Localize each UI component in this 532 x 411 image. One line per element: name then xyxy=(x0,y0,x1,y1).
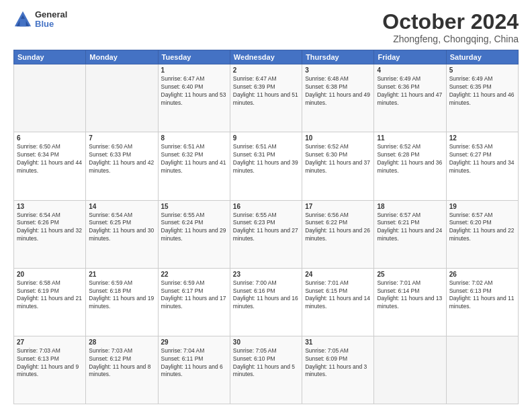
day-info: Sunrise: 7:05 AM Sunset: 6:10 PM Dayligh… xyxy=(233,347,299,379)
calendar-week-row: 20Sunrise: 6:58 AM Sunset: 6:19 PM Dayli… xyxy=(14,268,519,336)
day-info: Sunrise: 6:55 AM Sunset: 6:24 PM Dayligh… xyxy=(161,212,227,244)
page: General Blue October 2024 Zhongfeng, Cho… xyxy=(0,0,532,411)
table-row: 12Sunrise: 6:53 AM Sunset: 6:27 PM Dayli… xyxy=(446,132,518,200)
day-number: 1 xyxy=(161,66,227,74)
table-row: 8Sunrise: 6:51 AM Sunset: 6:32 PM Daylig… xyxy=(158,132,230,200)
header-monday: Monday xyxy=(86,50,158,64)
day-number: 13 xyxy=(17,203,83,210)
day-info: Sunrise: 6:51 AM Sunset: 6:32 PM Dayligh… xyxy=(161,143,227,175)
day-number: 10 xyxy=(305,134,371,142)
calendar-table: Sunday Monday Tuesday Wednesday Thursday… xyxy=(13,50,519,404)
day-number: 9 xyxy=(233,134,299,142)
table-row: 13Sunrise: 6:54 AM Sunset: 6:26 PM Dayli… xyxy=(14,200,86,268)
day-info: Sunrise: 7:03 AM Sunset: 6:13 PM Dayligh… xyxy=(17,347,83,379)
calendar-week-row: 1Sunrise: 6:47 AM Sunset: 6:40 PM Daylig… xyxy=(14,64,519,132)
day-info: Sunrise: 6:53 AM Sunset: 6:27 PM Dayligh… xyxy=(449,143,515,175)
table-row: 9Sunrise: 6:51 AM Sunset: 6:31 PM Daylig… xyxy=(230,132,302,200)
table-row: 28Sunrise: 7:03 AM Sunset: 6:12 PM Dayli… xyxy=(86,336,158,404)
day-number: 19 xyxy=(449,203,515,210)
day-info: Sunrise: 6:50 AM Sunset: 6:34 PM Dayligh… xyxy=(17,143,83,175)
table-row: 5Sunrise: 6:49 AM Sunset: 6:35 PM Daylig… xyxy=(446,64,518,132)
table-row: 31Sunrise: 7:05 AM Sunset: 6:09 PM Dayli… xyxy=(302,336,374,404)
day-info: Sunrise: 7:05 AM Sunset: 6:09 PM Dayligh… xyxy=(305,347,371,379)
subtitle: Zhongfeng, Chongqing, China xyxy=(382,34,519,44)
header-thursday: Thursday xyxy=(302,50,374,64)
day-info: Sunrise: 6:57 AM Sunset: 6:20 PM Dayligh… xyxy=(449,212,515,244)
day-info: Sunrise: 7:01 AM Sunset: 6:14 PM Dayligh… xyxy=(377,279,443,312)
day-info: Sunrise: 6:52 AM Sunset: 6:30 PM Dayligh… xyxy=(305,143,371,175)
day-info: Sunrise: 7:03 AM Sunset: 6:12 PM Dayligh… xyxy=(89,347,154,379)
table-row: 7Sunrise: 6:50 AM Sunset: 6:33 PM Daylig… xyxy=(86,132,158,200)
table-row: 14Sunrise: 6:54 AM Sunset: 6:25 PM Dayli… xyxy=(86,200,158,268)
table-row: 6Sunrise: 6:50 AM Sunset: 6:34 PM Daylig… xyxy=(14,132,86,200)
day-info: Sunrise: 6:50 AM Sunset: 6:33 PM Dayligh… xyxy=(89,143,154,175)
table-row: 17Sunrise: 6:56 AM Sunset: 6:22 PM Dayli… xyxy=(302,200,374,268)
table-row: 16Sunrise: 6:55 AM Sunset: 6:23 PM Dayli… xyxy=(230,200,302,268)
day-number: 17 xyxy=(305,203,371,210)
day-number: 21 xyxy=(89,271,154,278)
day-number: 16 xyxy=(233,203,299,210)
table-row: 29Sunrise: 7:04 AM Sunset: 6:11 PM Dayli… xyxy=(158,336,230,404)
day-info: Sunrise: 6:59 AM Sunset: 6:18 PM Dayligh… xyxy=(89,279,154,312)
day-number: 27 xyxy=(17,338,83,346)
day-number: 20 xyxy=(17,271,83,278)
day-number: 25 xyxy=(377,271,443,278)
table-row: 26Sunrise: 7:02 AM Sunset: 6:13 PM Dayli… xyxy=(446,268,518,336)
day-number: 18 xyxy=(377,203,443,210)
day-info: Sunrise: 6:57 AM Sunset: 6:21 PM Dayligh… xyxy=(377,212,443,244)
day-number: 30 xyxy=(233,338,299,346)
table-row: 20Sunrise: 6:58 AM Sunset: 6:19 PM Dayli… xyxy=(14,268,86,336)
table-row: 11Sunrise: 6:52 AM Sunset: 6:28 PM Dayli… xyxy=(374,132,446,200)
table-row: 27Sunrise: 7:03 AM Sunset: 6:13 PM Dayli… xyxy=(14,336,86,404)
day-info: Sunrise: 6:54 AM Sunset: 6:25 PM Dayligh… xyxy=(89,212,154,244)
day-number: 11 xyxy=(377,134,443,142)
day-info: Sunrise: 6:56 AM Sunset: 6:22 PM Dayligh… xyxy=(305,212,371,244)
day-number: 3 xyxy=(305,66,371,74)
day-info: Sunrise: 6:51 AM Sunset: 6:31 PM Dayligh… xyxy=(233,143,299,175)
day-info: Sunrise: 7:00 AM Sunset: 6:16 PM Dayligh… xyxy=(233,279,299,312)
table-row: 2Sunrise: 6:47 AM Sunset: 6:39 PM Daylig… xyxy=(230,64,302,132)
calendar-week-row: 6Sunrise: 6:50 AM Sunset: 6:34 PM Daylig… xyxy=(14,132,519,200)
day-number: 26 xyxy=(449,271,515,278)
header-friday: Friday xyxy=(374,50,446,64)
day-info: Sunrise: 6:59 AM Sunset: 6:17 PM Dayligh… xyxy=(161,279,227,312)
calendar-header-row: Sunday Monday Tuesday Wednesday Thursday… xyxy=(14,50,519,64)
header-saturday: Saturday xyxy=(446,50,518,64)
day-number: 24 xyxy=(305,271,371,278)
table-row: 30Sunrise: 7:05 AM Sunset: 6:10 PM Dayli… xyxy=(230,336,302,404)
table-row: 15Sunrise: 6:55 AM Sunset: 6:24 PM Dayli… xyxy=(158,200,230,268)
day-info: Sunrise: 6:58 AM Sunset: 6:19 PM Dayligh… xyxy=(17,279,83,312)
table-row xyxy=(446,336,518,404)
day-info: Sunrise: 6:55 AM Sunset: 6:23 PM Dayligh… xyxy=(233,212,299,244)
table-row: 24Sunrise: 7:01 AM Sunset: 6:15 PM Dayli… xyxy=(302,268,374,336)
table-row: 18Sunrise: 6:57 AM Sunset: 6:21 PM Dayli… xyxy=(374,200,446,268)
table-row: 22Sunrise: 6:59 AM Sunset: 6:17 PM Dayli… xyxy=(158,268,230,336)
day-number: 23 xyxy=(233,271,299,278)
day-info: Sunrise: 6:48 AM Sunset: 6:38 PM Dayligh… xyxy=(305,75,371,107)
day-number: 28 xyxy=(89,338,154,346)
header-tuesday: Tuesday xyxy=(158,50,230,64)
header-sunday: Sunday xyxy=(14,50,86,64)
day-number: 6 xyxy=(17,134,83,142)
day-number: 22 xyxy=(161,271,227,278)
day-number: 8 xyxy=(161,134,227,142)
table-row xyxy=(374,336,446,404)
logo-icon xyxy=(13,10,32,29)
table-row: 23Sunrise: 7:00 AM Sunset: 6:16 PM Dayli… xyxy=(230,268,302,336)
table-row xyxy=(14,64,86,132)
table-row: 21Sunrise: 6:59 AM Sunset: 6:18 PM Dayli… xyxy=(86,268,158,336)
day-number: 7 xyxy=(89,134,154,142)
day-info: Sunrise: 6:47 AM Sunset: 6:39 PM Dayligh… xyxy=(233,75,299,107)
logo-general-text: General xyxy=(35,10,67,19)
day-number: 5 xyxy=(449,66,515,74)
calendar-week-row: 13Sunrise: 6:54 AM Sunset: 6:26 PM Dayli… xyxy=(14,200,519,268)
logo-text: General Blue xyxy=(35,10,67,30)
table-row: 19Sunrise: 6:57 AM Sunset: 6:20 PM Dayli… xyxy=(446,200,518,268)
table-row: 3Sunrise: 6:48 AM Sunset: 6:38 PM Daylig… xyxy=(302,64,374,132)
day-number: 15 xyxy=(161,203,227,210)
day-info: Sunrise: 7:02 AM Sunset: 6:13 PM Dayligh… xyxy=(449,279,515,312)
day-number: 4 xyxy=(377,66,443,74)
logo-blue-text: Blue xyxy=(35,19,67,29)
logo: General Blue xyxy=(13,10,67,30)
table-row: 4Sunrise: 6:49 AM Sunset: 6:36 PM Daylig… xyxy=(374,64,446,132)
